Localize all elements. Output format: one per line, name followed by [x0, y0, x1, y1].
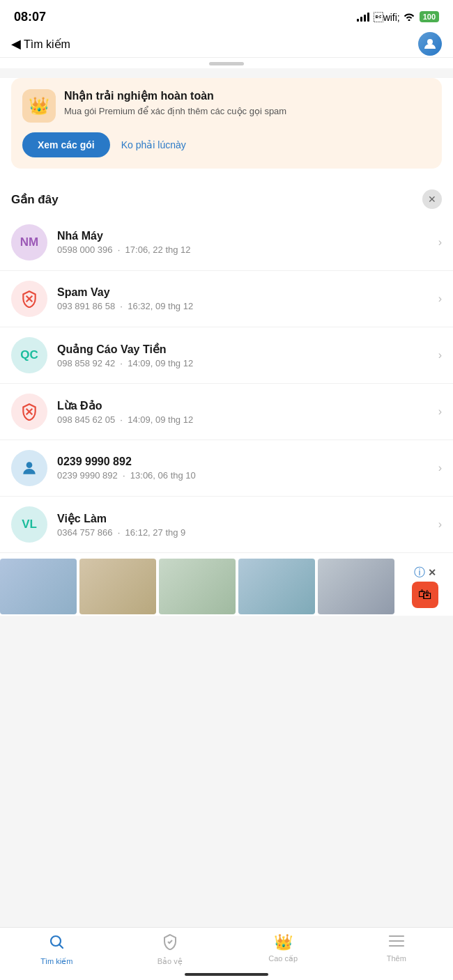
contact-name: 0239 9990 892 — [57, 456, 433, 468]
contact-info: Việc Làm 0364 757 866 · 16:12, 27 thg 9 — [57, 512, 433, 538]
shopee-badge[interactable]: 🛍 — [412, 582, 438, 608]
nav-item-premium[interactable]: 👑 Cao cấp — [227, 933, 340, 966]
nav-label-premium: Cao cấp — [268, 954, 298, 963]
strip-image-2[interactable] — [79, 559, 156, 614]
nav-label-more: Thêm — [387, 954, 406, 963]
contact-sub: 0598 000 396 · 17:06, 22 thg 12 — [57, 244, 433, 255]
contact-avatar: QC — [11, 337, 47, 373]
premium-description: Mua gói Premium để xác định thêm các cuộ… — [64, 105, 431, 118]
svg-point-5 — [26, 462, 33, 468]
status-time: 08:07 — [14, 10, 46, 24]
contact-avatar: VL — [11, 506, 47, 543]
contact-avatar — [11, 450, 47, 486]
main-content: 👑 Nhận trải nghiệm hoàn toàn Mua gói Pre… — [0, 78, 453, 616]
menu-icon — [388, 933, 405, 951]
nav-label-search: Tìm kiếm — [40, 957, 72, 966]
crown-icon: 👑 — [274, 933, 293, 951]
contact-item[interactable]: Spam Vay 093 891 86 58 · 16:32, 09 thg 1… — [0, 271, 453, 327]
chevron-right-icon: › — [438, 462, 442, 474]
status-bar: 08:07 wifi; 100 — [0, 0, 453, 31]
chevron-right-icon: › — [438, 293, 442, 305]
signal-icon — [357, 12, 369, 22]
contact-item[interactable]: NM Nhá Máy 0598 000 396 · 17:06, 22 thg … — [0, 215, 453, 271]
premium-title: Nhận trải nghiệm hoàn toàn — [64, 89, 431, 102]
scroll-bar — [209, 62, 244, 65]
svg-point-0 — [427, 39, 433, 45]
premium-crown-icon: 👑 — [22, 89, 56, 123]
contact-info: Nhá Máy 0598 000 396 · 17:06, 22 thg 12 — [57, 230, 433, 255]
strip-overlay: ⓘ ✕ 🛍 — [397, 559, 453, 614]
strip-image-1[interactable] — [0, 559, 77, 614]
view-plans-button[interactable]: Xem các gói — [22, 132, 110, 157]
chevron-right-icon: › — [438, 236, 442, 249]
premium-banner: 👑 Nhận trải nghiệm hoàn toàn Mua gói Pre… — [11, 78, 442, 169]
contact-item[interactable]: 0239 9990 892 0239 9990 892 · 13:06, 06 … — [0, 440, 453, 497]
back-button[interactable]: ◀ Tìm kiếm — [11, 36, 70, 52]
strip-image-3[interactable] — [159, 559, 236, 614]
avatar[interactable] — [418, 32, 442, 56]
contact-item[interactable]: QC Quảng Cáo Vay Tiền 098 858 92 42 · 14… — [0, 327, 453, 384]
status-icons: wifi; 100 — [357, 11, 439, 23]
recent-title: Gần đây — [11, 192, 59, 207]
contact-name: Nhá Máy — [57, 230, 433, 242]
wifi-icon: wifi; — [374, 11, 415, 23]
contact-avatar — [11, 281, 47, 317]
scroll-handle — [0, 58, 453, 68]
contact-sub: 0364 757 866 · 16:12, 27 thg 9 — [57, 527, 433, 538]
battery-indicator: 100 — [420, 11, 439, 22]
contact-name: Quảng Cáo Vay Tiền — [57, 343, 433, 356]
contact-sub: 0239 9990 892 · 13:06, 06 thg 10 — [57, 470, 433, 481]
back-label: Tìm kiếm — [24, 38, 70, 51]
premium-banner-top: 👑 Nhận trải nghiệm hoàn toàn Mua gói Pre… — [22, 89, 431, 123]
contact-sub: 098 845 62 05 · 14:09, 09 thg 12 — [57, 414, 433, 425]
contact-avatar — [11, 394, 47, 430]
contact-item[interactable]: Lừa Đảo 098 845 62 05 · 14:09, 09 thg 12… — [0, 384, 453, 440]
search-icon — [48, 933, 65, 954]
back-arrow-icon: ◀ — [11, 36, 21, 52]
contact-item[interactable]: VL Việc Làm 0364 757 866 · 16:12, 27 thg… — [0, 497, 453, 553]
info-icon[interactable]: ⓘ — [414, 566, 425, 580]
chevron-right-icon: › — [438, 349, 442, 361]
contact-info: Spam Vay 093 891 86 58 · 16:32, 09 thg 1… — [57, 286, 433, 311]
contact-info: 0239 9990 892 0239 9990 892 · 13:06, 06 … — [57, 456, 433, 481]
svg-line-7 — [59, 944, 63, 948]
nav-bar: ◀ Tìm kiếm — [0, 31, 453, 58]
image-strip: ⓘ ✕ 🛍 — [0, 553, 453, 616]
close-recent-button[interactable]: ✕ — [422, 189, 442, 209]
nav-item-protect[interactable]: Bảo vệ — [114, 933, 227, 966]
strip-close-icon[interactable]: ✕ — [428, 567, 436, 578]
contact-info: Lừa Đảo 098 845 62 05 · 14:09, 09 thg 12 — [57, 399, 433, 425]
not-now-button[interactable]: Ko phải lúcnày — [121, 139, 186, 150]
contact-avatar: NM — [11, 224, 47, 260]
contact-name: Việc Làm — [57, 512, 433, 525]
strip-image-4[interactable] — [238, 559, 315, 614]
chevron-right-icon: › — [438, 405, 442, 418]
premium-text: Nhận trải nghiệm hoàn toàn Mua gói Premi… — [64, 89, 431, 118]
nav-item-more[interactable]: Thêm — [340, 933, 454, 966]
strip-image-5[interactable] — [318, 559, 394, 614]
nav-item-search[interactable]: Tìm kiếm — [0, 933, 114, 966]
contact-info: Quảng Cáo Vay Tiền 098 858 92 42 · 14:09… — [57, 343, 433, 368]
strip-info-row: ⓘ ✕ — [414, 566, 436, 580]
chevron-right-icon: › — [438, 518, 442, 531]
bottom-nav: Tìm kiếm Bảo vệ 👑 Cao cấp Thêm — [0, 927, 453, 980]
premium-actions: Xem các gói Ko phải lúcnày — [22, 132, 431, 157]
recent-section-header: Gần đây ✕ — [0, 178, 453, 215]
contact-name: Lừa Đảo — [57, 399, 433, 412]
contact-list: NM Nhá Máy 0598 000 396 · 17:06, 22 thg … — [0, 215, 453, 553]
contact-sub: 098 858 92 42 · 14:09, 09 thg 12 — [57, 358, 433, 368]
contact-sub: 093 891 86 58 · 16:32, 09 thg 12 — [57, 301, 433, 311]
nav-label-protect: Bảo vệ — [158, 957, 183, 966]
user-avatar-icon — [418, 32, 442, 56]
shield-icon — [162, 933, 178, 954]
contact-name: Spam Vay — [57, 286, 433, 299]
home-indicator — [185, 973, 268, 976]
